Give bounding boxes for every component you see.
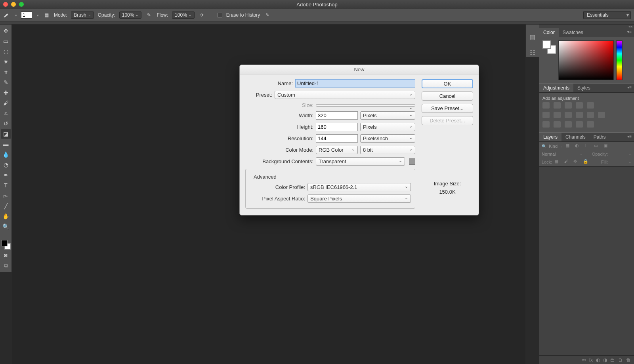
adj-colorbalance-icon[interactable] — [554, 112, 561, 118]
brush-tool[interactable]: 🖌 — [1, 98, 11, 108]
width-input[interactable] — [316, 111, 358, 120]
pen-tool[interactable]: ✒ — [1, 170, 11, 180]
flow-select[interactable]: 100%⌄ — [172, 11, 195, 19]
lock-all-icon[interactable]: 🔒 — [583, 159, 590, 165]
hue-strip[interactable] — [616, 40, 623, 80]
filter-type-icon[interactable]: T — [584, 143, 592, 149]
type-tool[interactable]: T — [1, 181, 11, 190]
zoom-tool[interactable]: 🔍 — [1, 222, 11, 231]
tab-paths[interactable]: Paths — [590, 133, 610, 141]
adj-brightness-icon[interactable] — [542, 102, 550, 109]
clone-stamp-tool[interactable]: ⎌ — [1, 109, 11, 118]
filter-smart-icon[interactable]: ▣ — [603, 143, 611, 149]
erase-history-checkbox[interactable] — [218, 13, 222, 17]
tab-layers[interactable]: Layers — [539, 133, 561, 141]
tab-color[interactable]: Color — [539, 28, 559, 37]
eyedropper-tool[interactable]: ✎ — [1, 78, 11, 87]
filter-pixel-icon[interactable]: ▦ — [565, 143, 573, 149]
adjustments-panel-menu[interactable]: ▾≡ — [625, 84, 634, 92]
history-panel-icon[interactable]: ▤ — [528, 32, 537, 41]
properties-panel-icon[interactable]: ☷ — [528, 48, 537, 57]
shape-tool[interactable]: ╱ — [1, 201, 11, 211]
blend-mode-select[interactable]: Normal — [542, 152, 577, 156]
gradient-tool[interactable]: ▬ — [1, 139, 11, 149]
move-tool[interactable]: ✥ — [1, 26, 11, 36]
color-profile-select[interactable]: sRGB IEC61966-2.1 — [307, 183, 411, 191]
quick-mask-tool[interactable]: ◙ — [1, 250, 11, 260]
height-input[interactable] — [316, 123, 358, 131]
tab-swatches[interactable]: Swatches — [559, 28, 587, 37]
screen-mode-tool[interactable]: ⧉ — [1, 261, 11, 270]
foreground-background-swatch[interactable] — [1, 240, 11, 250]
color-field[interactable] — [558, 40, 614, 80]
tab-styles[interactable]: Styles — [573, 84, 594, 92]
tool-preset-caret[interactable] — [14, 12, 17, 18]
magic-wand-tool[interactable]: ✷ — [1, 57, 11, 67]
resolution-input[interactable] — [316, 134, 358, 143]
adj-vibrance-icon[interactable] — [587, 102, 594, 109]
color-mode-select[interactable]: RGB Color — [316, 146, 358, 154]
delete-layer-icon[interactable]: 🗑 — [626, 357, 631, 363]
preset-select[interactable]: Custom — [275, 91, 415, 99]
adj-bw-icon[interactable] — [565, 112, 572, 118]
healing-brush-tool[interactable]: ✚ — [1, 88, 11, 97]
layer-fx-icon[interactable]: fx — [589, 357, 593, 363]
adj-exposure-icon[interactable] — [576, 102, 583, 109]
airbrush-icon[interactable]: ✈ — [199, 11, 206, 19]
name-input[interactable] — [295, 79, 415, 88]
brush-size-input[interactable] — [21, 11, 32, 19]
filter-adjust-icon[interactable]: ◐ — [575, 143, 582, 149]
eraser-tool[interactable]: ◪ — [1, 129, 11, 139]
bg-color-swatch[interactable] — [409, 158, 415, 165]
width-unit-select[interactable]: Pixels — [360, 111, 415, 120]
layer-mask-icon[interactable]: ◐ — [596, 357, 600, 363]
brush-panel-toggle-icon[interactable]: ▦ — [43, 11, 50, 19]
pixel-aspect-select[interactable]: Square Pixels — [307, 194, 411, 203]
layers-panel-menu[interactable]: ▾≡ — [625, 133, 634, 141]
adj-channelmixer-icon[interactable] — [587, 112, 594, 118]
resolution-unit-select[interactable]: Pixels/Inch — [360, 134, 415, 143]
adj-threshold-icon[interactable] — [565, 121, 572, 128]
mode-select[interactable]: Brush⌄ — [71, 11, 94, 19]
adj-colorlookup-icon[interactable] — [598, 112, 605, 118]
link-layers-icon[interactable]: ⚯ — [582, 357, 586, 363]
brush-size-caret[interactable] — [36, 12, 39, 18]
opacity-select[interactable]: 100%⌄ — [119, 11, 142, 19]
dodge-tool[interactable]: ◔ — [1, 160, 11, 170]
adj-invert-icon[interactable] — [542, 121, 550, 128]
new-fill-adjust-icon[interactable]: ◑ — [603, 357, 607, 363]
adj-selective-icon[interactable] — [576, 121, 583, 128]
path-select-tool[interactable]: ▻ — [1, 191, 11, 200]
adj-gradientmap-icon[interactable] — [587, 121, 594, 128]
adj-posterize-icon[interactable] — [554, 121, 561, 128]
opacity-pressure-icon[interactable]: ✎ — [145, 11, 153, 19]
adj-photofilter-icon[interactable] — [576, 112, 583, 118]
layer-list[interactable] — [539, 166, 634, 355]
hand-tool[interactable]: ✋ — [1, 212, 11, 221]
lasso-tool[interactable]: ◌ — [1, 47, 11, 56]
filter-shape-icon[interactable]: ▭ — [594, 143, 601, 149]
tab-adjustments[interactable]: Adjustments — [539, 84, 573, 92]
flow-pressure-icon[interactable]: ✎ — [264, 11, 271, 19]
lock-image-icon[interactable]: 🖌 — [564, 159, 571, 165]
height-unit-select[interactable]: Pixels — [360, 123, 415, 131]
color-panel-menu[interactable]: ▾≡ — [625, 28, 634, 37]
history-brush-tool[interactable]: ↺ — [1, 119, 11, 128]
marquee-tool[interactable]: ▭ — [1, 36, 11, 46]
panel-collapse-strip[interactable]: ◂◂ — [539, 25, 634, 28]
tool-preset-icon[interactable] — [3, 11, 10, 19]
new-layer-icon[interactable]: 🗋 — [618, 357, 623, 363]
ok-button[interactable]: OK — [422, 79, 473, 88]
blur-tool[interactable]: 💧 — [1, 150, 11, 159]
color-fb-swatch[interactable] — [542, 40, 556, 54]
tab-channels[interactable]: Channels — [561, 133, 590, 141]
crop-tool[interactable]: ⌗ — [1, 67, 11, 77]
layer-filter-kind[interactable]: Kind — [549, 144, 558, 149]
new-group-icon[interactable]: 🗀 — [610, 357, 615, 363]
lock-transparency-icon[interactable]: ▦ — [554, 159, 561, 165]
save-preset-button[interactable]: Save Preset... — [422, 104, 473, 113]
bg-contents-select[interactable]: Transparent — [316, 157, 405, 166]
bit-depth-select[interactable]: 8 bit — [360, 146, 415, 154]
adj-curves-icon[interactable] — [565, 102, 572, 109]
adj-levels-icon[interactable] — [554, 102, 561, 109]
